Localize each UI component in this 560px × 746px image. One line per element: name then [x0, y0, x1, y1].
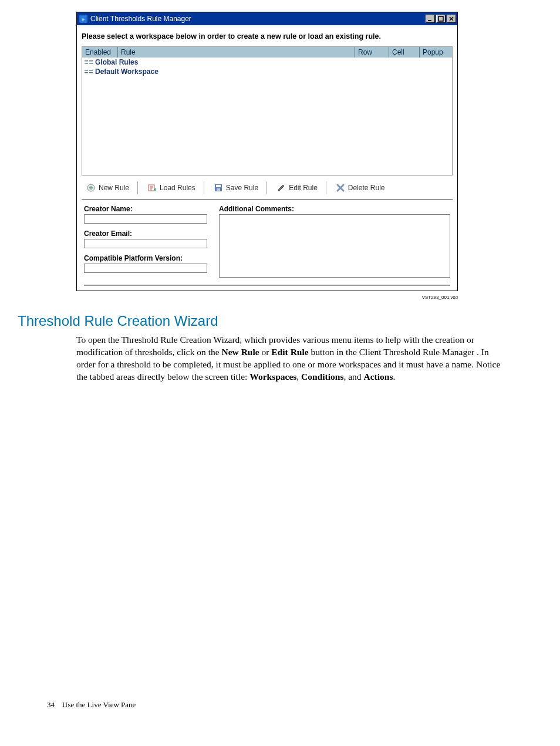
- figure-caption: VST293_001.vsd: [76, 295, 458, 300]
- row-label: Default Workspace: [95, 67, 158, 76]
- additional-comments-label: Additional Comments:: [219, 205, 450, 213]
- new-rule-button[interactable]: New Rule: [84, 181, 138, 194]
- para-text: .: [393, 372, 395, 382]
- svg-rect-16: [217, 188, 220, 191]
- new-rule-label: New Rule: [99, 184, 129, 192]
- app-icon: »: [79, 15, 87, 23]
- edit-rule-icon: [276, 183, 286, 193]
- edit-rule-button[interactable]: Edit Rule: [274, 181, 326, 194]
- delete-rule-button[interactable]: Delete Rule: [333, 181, 393, 194]
- save-rule-button[interactable]: Save Rule: [211, 181, 267, 194]
- col-enabled[interactable]: Enabled: [82, 47, 117, 58]
- rule-manager-screenshot: » Client Thresholds Rule Manager: [76, 12, 458, 300]
- maximize-button[interactable]: [436, 15, 446, 23]
- load-rules-icon: [147, 183, 157, 193]
- col-rule[interactable]: Rule: [117, 47, 355, 58]
- additional-comments-input[interactable]: [219, 214, 450, 278]
- para-text: , and: [343, 372, 363, 382]
- table-header: Enabled Rule Row Cell Popup: [82, 47, 452, 58]
- svg-rect-4: [85, 60, 88, 62]
- close-button[interactable]: [447, 15, 456, 23]
- term-new-rule: New Rule: [222, 347, 259, 357]
- table-row[interactable]: Default Workspace: [82, 67, 452, 76]
- svg-rect-11: [89, 72, 93, 73]
- svg-rect-3: [438, 16, 443, 21]
- term-actions: Actions: [363, 372, 393, 382]
- para-text: or: [259, 347, 272, 357]
- section-heading: Threshold Rule Creation Wizard: [18, 313, 542, 329]
- col-popup[interactable]: Popup: [419, 47, 452, 58]
- col-row[interactable]: Row: [355, 47, 389, 58]
- svg-rect-6: [89, 60, 93, 62]
- compat-version-input[interactable]: [84, 264, 207, 273]
- creator-name-label: Creator Name:: [84, 205, 207, 213]
- save-rule-icon: [214, 183, 223, 193]
- group-icon: [85, 59, 93, 65]
- table-row[interactable]: Global Rules: [82, 58, 452, 67]
- page-footer: 34 Use the Live View Pane: [47, 700, 542, 710]
- delete-rule-label: Delete Rule: [348, 184, 385, 192]
- toolbar: New Rule Load Rules Save Rule: [82, 175, 453, 199]
- load-rules-label: Load Rules: [160, 184, 195, 192]
- svg-rect-8: [85, 70, 88, 71]
- term-workspaces: Workspaces: [249, 372, 296, 382]
- footer-text: Use the Live View Pane: [62, 700, 136, 709]
- svg-text:»: »: [82, 16, 85, 22]
- term-conditions: Conditions: [301, 372, 343, 382]
- col-cell[interactable]: Cell: [389, 47, 419, 58]
- creator-email-input[interactable]: [84, 239, 207, 248]
- creator-name-input[interactable]: [84, 214, 207, 224]
- svg-rect-10: [89, 70, 93, 71]
- svg-rect-9: [85, 72, 88, 73]
- minimize-button[interactable]: [426, 15, 435, 23]
- window-title: Client Thresholds Rule Manager: [90, 15, 191, 23]
- para-text: ,: [296, 372, 301, 382]
- window-controls: [426, 15, 456, 23]
- group-icon: [85, 69, 93, 75]
- creator-email-label: Creator Email:: [84, 229, 207, 238]
- row-label: Global Rules: [95, 58, 138, 66]
- window-titlebar: » Client Thresholds Rule Manager: [77, 12, 457, 25]
- rules-table: Enabled Rule Row Cell Popup Global Rules: [82, 46, 453, 175]
- form-area: Creator Name: Creator Email: Compatible …: [82, 199, 453, 285]
- body-paragraph: To open the Threshold Rule Creation Wiza…: [76, 334, 507, 383]
- svg-rect-15: [216, 185, 221, 187]
- compat-version-label: Compatible Platform Version:: [84, 254, 207, 262]
- edit-rule-label: Edit Rule: [289, 184, 318, 192]
- delete-rule-icon: [336, 183, 345, 193]
- new-rule-icon: [86, 183, 96, 193]
- page-number: 34: [47, 700, 55, 709]
- svg-rect-7: [89, 63, 93, 64]
- load-rules-button[interactable]: Load Rules: [145, 181, 204, 194]
- instruction-text: Please select a workspace below in order…: [82, 32, 453, 40]
- save-rule-label: Save Rule: [226, 184, 258, 192]
- svg-rect-2: [428, 20, 431, 21]
- term-edit-rule: Edit Rule: [271, 347, 308, 357]
- svg-rect-5: [85, 63, 88, 64]
- window-frame: » Client Thresholds Rule Manager: [76, 12, 458, 291]
